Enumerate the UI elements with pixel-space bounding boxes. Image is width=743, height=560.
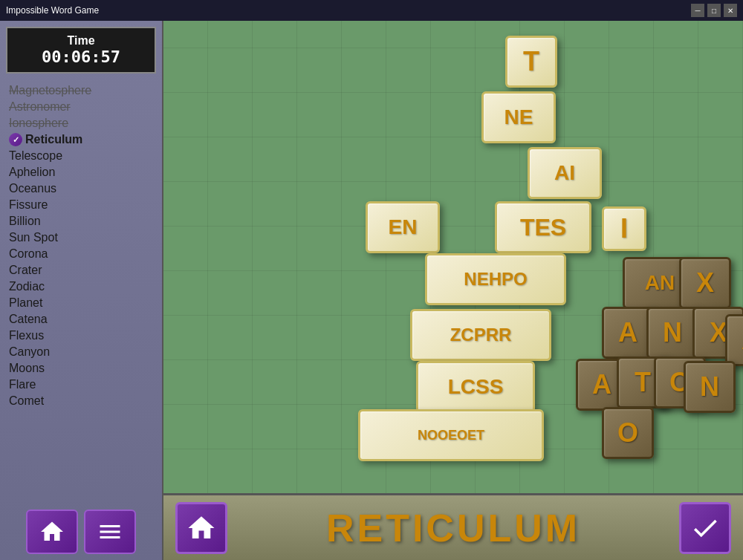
word-item: Sun Spot bbox=[6, 229, 156, 246]
word-text: Corona bbox=[9, 247, 48, 261]
word-item: Astronomer bbox=[6, 99, 156, 115]
word-text: Astronomer bbox=[9, 100, 71, 114]
game-area: TNEAIENTESINEHPOANXZCPRRANXALCSSATONROUT… bbox=[163, 21, 743, 560]
word-check-icon: ✓ bbox=[9, 133, 22, 146]
home-icon bbox=[39, 518, 65, 545]
word-text: Aphelion bbox=[9, 166, 55, 179]
word-item: Flexus bbox=[6, 328, 156, 344]
current-word: RETICULUM bbox=[326, 506, 580, 550]
maximize-button[interactable]: □ bbox=[707, 4, 721, 17]
menu-button[interactable] bbox=[84, 509, 136, 554]
title-bar: Impossible Word Game ─ □ ✕ bbox=[0, 0, 743, 21]
word-item: Canyon bbox=[6, 344, 156, 360]
word-item: Fissure bbox=[6, 197, 156, 213]
word-text: Catena bbox=[9, 313, 48, 326]
game-tile-11[interactable]: N bbox=[646, 307, 698, 359]
word-text: Zodiac bbox=[9, 280, 45, 293]
word-item: Telescope bbox=[6, 148, 156, 164]
word-text: Planet bbox=[9, 296, 42, 310]
word-text: Crater bbox=[9, 264, 42, 277]
word-list: MagnetosphereAstronomerIonosphere✓Reticu… bbox=[0, 79, 162, 504]
word-text: Telescope bbox=[9, 149, 62, 163]
word-text: Reticulum bbox=[25, 133, 82, 146]
minimize-button[interactable]: ─ bbox=[691, 4, 704, 17]
word-item: Corona bbox=[6, 246, 156, 262]
word-text: Ionosphere bbox=[9, 117, 68, 130]
word-text: Sun Spot bbox=[9, 231, 58, 244]
close-button[interactable]: ✕ bbox=[724, 4, 737, 17]
game-tile-8[interactable]: X bbox=[679, 257, 731, 309]
word-text: Canyon bbox=[9, 345, 50, 359]
word-item: Billion bbox=[6, 213, 156, 229]
game-tile-23[interactable]: NOOEOET bbox=[358, 409, 544, 461]
word-item: Ionosphere bbox=[6, 115, 156, 131]
word-item: Planet bbox=[6, 295, 156, 311]
word-item: Oceanus bbox=[6, 180, 156, 197]
menu-icon bbox=[97, 518, 123, 545]
game-tile-5[interactable]: I bbox=[602, 206, 646, 251]
checkmark-icon bbox=[690, 512, 721, 544]
word-item: Catena bbox=[6, 311, 156, 328]
confirm-button[interactable] bbox=[679, 502, 731, 554]
sidebar: Time 00:06:57 MagnetosphereAstronomerIon… bbox=[0, 21, 163, 560]
word-text: Flare bbox=[9, 378, 36, 391]
timer-box: Time 00:06:57 bbox=[6, 27, 156, 74]
timer-label: Time bbox=[10, 34, 152, 48]
word-text: Oceanus bbox=[9, 182, 56, 195]
word-item: Comet bbox=[6, 393, 156, 409]
game-tile-6[interactable]: NEHPO bbox=[425, 253, 566, 305]
game-tile-20[interactable]: O bbox=[602, 407, 654, 459]
timer-value: 00:06:57 bbox=[10, 48, 152, 66]
bottom-home-button[interactable] bbox=[175, 502, 227, 554]
word-text: Fissure bbox=[9, 198, 48, 212]
game-tile-0[interactable]: T bbox=[505, 36, 557, 88]
home-button[interactable] bbox=[26, 509, 78, 554]
title-bar-text: Impossible Word Game bbox=[6, 5, 99, 16]
bottom-bar: RETICULUM bbox=[163, 493, 743, 560]
word-item: Crater bbox=[6, 262, 156, 279]
game-tile-18[interactable]: N bbox=[684, 361, 736, 413]
word-text: Magnetosphere bbox=[9, 84, 91, 97]
main-container: Time 00:06:57 MagnetosphereAstronomerIon… bbox=[0, 21, 743, 560]
word-text: Moons bbox=[9, 362, 45, 375]
bottom-home-icon bbox=[186, 512, 217, 544]
game-tile-2[interactable]: AI bbox=[528, 147, 602, 199]
word-item: ✓Reticulum bbox=[6, 131, 156, 148]
sidebar-bottom bbox=[0, 504, 162, 560]
game-tile-3[interactable]: EN bbox=[366, 201, 440, 253]
word-item: Flare bbox=[6, 377, 156, 393]
word-item: Zodiac bbox=[6, 279, 156, 295]
game-tile-1[interactable]: NE bbox=[481, 91, 556, 143]
word-text: Comet bbox=[9, 394, 44, 408]
game-tile-4[interactable]: TES bbox=[495, 201, 591, 253]
game-tile-9[interactable]: ZCPRR bbox=[410, 309, 551, 361]
word-text: Flexus bbox=[9, 329, 44, 342]
word-item: Moons bbox=[6, 360, 156, 377]
game-tile-13[interactable]: A bbox=[725, 314, 743, 366]
word-text: Billion bbox=[9, 215, 41, 228]
word-item: Magnetosphere bbox=[6, 82, 156, 99]
game-tile-14[interactable]: LCSS bbox=[416, 361, 535, 413]
game-board: TNEAIENTESINEHPOANXZCPRRANXALCSSATONROUT… bbox=[163, 21, 743, 493]
word-item: Aphelion bbox=[6, 164, 156, 180]
title-bar-controls: ─ □ ✕ bbox=[691, 4, 737, 17]
